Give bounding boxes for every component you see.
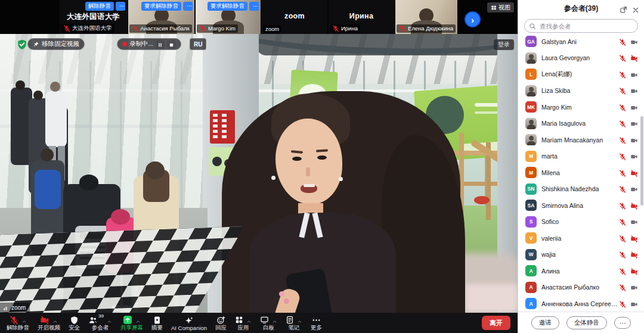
participant-row[interactable]: AАлина <box>518 263 644 279</box>
pause-recording-button[interactable] <box>156 40 165 49</box>
avatar: A <box>525 282 537 293</box>
muted-mic-icon <box>132 25 138 32</box>
participant-row[interactable]: SSofico <box>518 214 644 231</box>
tile-name-tag: 大连外国语大学 <box>61 24 114 33</box>
toolbar-board-button[interactable]: 白板 <box>256 313 281 333</box>
toolbar-sparkle-button[interactable]: AI Companion <box>167 313 211 333</box>
participants-list: GAGalstyan AniLaura GevorgyanLLena(莉娜)Li… <box>518 33 644 312</box>
toolbar-item-label: 回应 <box>215 324 227 332</box>
popout-panel-icon[interactable] <box>620 4 627 15</box>
toolbar-item-label: 笔记 <box>289 324 300 332</box>
view-button[interactable]: 视图 <box>487 2 514 13</box>
muted-mic-icon <box>332 25 339 32</box>
ask-unmute-button[interactable]: 要求解除静音 <box>141 2 181 10</box>
muted-mic-icon <box>619 249 626 260</box>
stop-recording-button[interactable] <box>167 40 176 49</box>
participant-search[interactable] <box>524 19 638 33</box>
tile-more-button[interactable]: ⋯ <box>116 2 125 11</box>
participants-panel: 参会者(39) GAGalstyan AniLaura GevorgyanLLe… <box>518 0 644 333</box>
tile-display-name: Ирина <box>329 12 394 20</box>
participant-name: Lena(莉娜) <box>541 70 619 79</box>
video-off-icon <box>630 52 638 63</box>
next-participants-arrow-button[interactable]: › <box>465 11 481 27</box>
login-button[interactable]: 登录 <box>494 39 514 50</box>
close-panel-icon[interactable] <box>632 4 639 15</box>
muted-mic-icon <box>619 183 626 194</box>
meeting-toolbar: 解除静音开启视频安全39参会者共享屏幕摘要AI Companion回应应用白板笔… <box>0 313 518 333</box>
scene-shape <box>16 80 25 90</box>
filmstrip-tile[interactable]: 要求解除静音 ⋯Margo Kim <box>196 0 261 34</box>
avatar: MK <box>525 101 537 113</box>
avatar: W <box>525 249 537 260</box>
participant-name: Galstyan Ani <box>541 38 619 45</box>
toolbar-cam-off-button[interactable]: 开启视频 <box>33 313 64 333</box>
toolbar-item-label: 安全 <box>69 324 80 332</box>
mute-all-button[interactable]: 全体静音 <box>566 316 607 329</box>
muted-mic-icon <box>619 282 626 292</box>
filmstrip-tile[interactable]: Елена Дюдюкина <box>395 0 457 34</box>
tile-display-name: zoom <box>262 12 327 20</box>
grid-view-icon <box>491 4 497 11</box>
participant-row[interactable]: Vvaleriia <box>518 230 644 247</box>
toolbar-mic-off-button[interactable]: 解除静音 <box>2 313 33 333</box>
participant-row[interactable]: Laura Gevorgyan <box>518 50 644 67</box>
toolbar-share-button[interactable]: 共享屏幕 <box>116 313 147 333</box>
participant-row[interactable]: MKMargo Kim <box>518 99 644 116</box>
leave-meeting-button[interactable]: 离开 <box>482 316 510 330</box>
avatar: M <box>525 167 537 178</box>
participant-search-input[interactable] <box>538 22 633 30</box>
filmstrip-tile[interactable]: zoomzoom <box>262 0 327 34</box>
participant-row[interactable]: GAGalstyan Ani <box>518 33 644 50</box>
panel-more-button[interactable]: ⋯ <box>614 317 631 329</box>
toolbar-item-label: 应用 <box>238 324 249 332</box>
stop-icon <box>169 41 174 48</box>
muted-mic-icon <box>619 118 626 129</box>
participant-row[interactable]: AАнненкова Анна Сергеевна <box>518 295 644 312</box>
avatar: GA <box>525 36 537 47</box>
participant-row[interactable]: LLena(莉娜) <box>518 66 644 83</box>
toolbar-doc-button[interactable]: 摘要 <box>147 313 167 333</box>
filmstrip-tile[interactable]: ИринаИрина <box>329 0 394 34</box>
participant-row[interactable]: SASmirnova Alina <box>518 197 644 214</box>
participant-row[interactable]: Mmarta <box>518 148 644 165</box>
participant-row[interactable]: Mariam Mnacakanyan <box>518 132 644 148</box>
signal-bars-icon <box>3 304 10 312</box>
scene-shape <box>292 157 302 161</box>
video-off-icon <box>630 167 638 178</box>
participant-row[interactable]: Liza Skiba <box>518 83 644 99</box>
participant-row[interactable]: AАнастасия Рыбалко <box>518 279 644 296</box>
toolbar-shield-button[interactable]: 安全 <box>64 313 84 333</box>
filmstrip-tile[interactable]: 大连外国语大学解除静音 ⋯大连外国语大学 <box>60 0 127 34</box>
ask-unmute-button[interactable]: 解除静音 <box>85 2 114 10</box>
tile-name-tag: Margo Kim <box>197 24 238 33</box>
avatar: A <box>525 298 537 309</box>
search-icon <box>529 21 536 32</box>
remove-pin-button[interactable]: 移除固定视频 <box>27 38 85 50</box>
toolbar-item-label: 白板 <box>263 324 274 332</box>
tile-display-name: 大连外国语大学 <box>60 12 127 22</box>
toolbar-notes-button[interactable]: 笔记 <box>281 313 306 333</box>
tile-more-button[interactable]: ⋯ <box>183 2 193 11</box>
video-filmstrip: Елена ДюдюкинаИринаИринаzoomzoom 要求解除静音 … <box>0 0 518 34</box>
participant-count-badge: 39 <box>98 313 104 319</box>
invite-button[interactable]: 邀请 <box>531 316 559 329</box>
muted-mic-icon <box>619 200 626 211</box>
toolbar-item-label: 摘要 <box>151 324 163 332</box>
ask-unmute-button[interactable]: 要求解除静音 <box>208 2 247 10</box>
toolbar-react-button[interactable]: 回应 <box>211 313 231 333</box>
participant-row[interactable]: SNShishkina Nadezhda <box>518 181 644 198</box>
participant-name: Анненкова Анна Сергеевна <box>541 300 619 307</box>
toolbar-people-button[interactable]: 39参会者 <box>84 313 116 333</box>
toolbar-apps-button[interactable]: 应用 <box>231 313 256 333</box>
toolbar-item-label: 更多 <box>311 324 322 332</box>
scene-shape <box>79 175 98 190</box>
tile-more-button[interactable]: ⋯ <box>249 2 259 11</box>
participant-row[interactable]: MMilena <box>518 164 644 181</box>
filmstrip-tile[interactable]: 要求解除静音 ⋯Анастасия Рыбалко <box>128 0 194 34</box>
participants-scrollbar[interactable] <box>640 116 643 206</box>
participant-row[interactable]: Maria Isagulova <box>518 116 644 132</box>
muted-mic-icon <box>619 85 626 96</box>
interpretation-language-badge[interactable]: RU <box>190 38 206 50</box>
toolbar-dots-button[interactable]: 更多 <box>306 313 326 333</box>
participant-row[interactable]: Wwajia <box>518 247 644 263</box>
